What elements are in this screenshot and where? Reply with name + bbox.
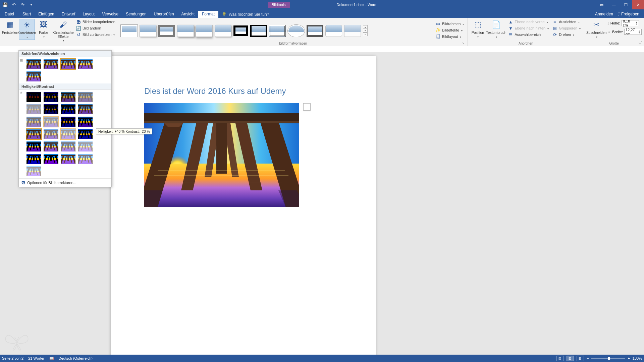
styles-launcher-icon[interactable]: ↘ xyxy=(462,42,465,45)
quick-access-toolbar: 💾 ↶ ↷ ▾ xyxy=(0,1,35,8)
gruppieren-button[interactable]: ⊞Gruppieren xyxy=(551,25,582,31)
picture-style-9[interactable] xyxy=(269,25,286,37)
selpane-icon: ☰ xyxy=(508,32,513,37)
gallery-more[interactable]: ▴▾▿ xyxy=(363,25,368,36)
bildeffekte-button[interactable]: ✨Bildeffekte xyxy=(434,27,466,33)
ribbon-group-adjust: ▦ Freistellen ☀ Korrekturen 🖼 Farbe 🖌 Kü… xyxy=(0,18,119,46)
window-controls: ▭ — ❐ ✕ xyxy=(596,0,644,9)
document-title: Dokument1.docx - Word xyxy=(337,3,376,7)
position-button[interactable]: ⬚ Position xyxy=(470,19,486,39)
redo-icon[interactable]: ↷ xyxy=(19,1,26,8)
border-icon: ▭ xyxy=(435,21,441,26)
tab-einfuegen[interactable]: Einfügen xyxy=(35,11,58,18)
korrekturen-button[interactable]: ☀ Korrekturen xyxy=(19,19,35,40)
piclayout-icon: ⿴ xyxy=(435,34,441,39)
corrections-icon: ☀ xyxy=(21,20,32,31)
picture-style-13[interactable] xyxy=(344,25,361,37)
reset-icon: ↺ xyxy=(76,32,81,37)
wrap-icon: 📄 xyxy=(491,19,501,30)
auswahlbereich-button[interactable]: ☰Auswahlbereich xyxy=(506,32,550,38)
drehen-button[interactable]: ⟳Drehen xyxy=(551,32,582,38)
bring-forward-button[interactable]: ▲Ebene nach vorne xyxy=(506,19,550,25)
file-tab[interactable]: Datei xyxy=(0,11,19,18)
group-label-groesse: Größe↘ xyxy=(586,41,642,46)
ribbon-group-groesse: ✂ Zuschneiden ↕ Höhe: 8,18 cm▲▼ ↔ Breite… xyxy=(584,18,644,46)
reset-picture-button[interactable]: ↺Bild zurücksetzen xyxy=(74,32,117,38)
tab-entwurf[interactable]: Entwurf xyxy=(58,11,79,18)
picture-style-6[interactable] xyxy=(215,25,231,37)
ribbon-group-bildformatvorlagen: ▴▾▿ ▭Bildrahmen ✨Bildeffekte ⿴Bildlayout… xyxy=(119,18,468,46)
bildlayout-button[interactable]: ⿴Bildlayout xyxy=(434,34,466,40)
menubar-right: Anmelden ⤴Freigeben xyxy=(595,12,644,18)
send-backward-button[interactable]: ▼Ebene nach hinten xyxy=(506,25,550,31)
align-icon: ≡ xyxy=(552,19,557,24)
compress-icon: 🗜 xyxy=(76,19,81,24)
artistic-icon: 🖌 xyxy=(58,19,68,30)
contextual-tab-bildtools[interactable]: Bildtools xyxy=(268,2,290,8)
close-icon[interactable]: ✕ xyxy=(632,0,644,9)
picture-style-10[interactable] xyxy=(288,25,305,37)
tab-ueberpruefen[interactable]: Überprüfen xyxy=(150,11,178,18)
ribbon-group-anordnen: ⬚ Position 📄 Textumbruch ▲Ebene nach vor… xyxy=(468,18,584,46)
height-field: ↕ Höhe: 8,18 cm▲▼ xyxy=(607,20,642,26)
restore-icon[interactable]: ❐ xyxy=(620,0,632,9)
zuschneiden-button[interactable]: ✂ Zuschneiden xyxy=(586,19,606,39)
menubar: Datei Start Einfügen Entwurf Layout Verw… xyxy=(0,9,644,18)
collapse-ribbon-icon[interactable]: ⌃ xyxy=(640,41,643,45)
width-label: Breite: xyxy=(612,30,623,34)
farbe-button[interactable]: 🖼 Farbe xyxy=(36,19,52,39)
width-icon: ↔ xyxy=(607,30,611,34)
signin-link[interactable]: Anmelden xyxy=(595,12,613,16)
ausrichten-button[interactable]: ≡Ausrichten xyxy=(551,19,582,25)
tab-ansicht[interactable]: Ansicht xyxy=(178,11,198,18)
bulb-icon: 💡 xyxy=(222,12,227,17)
height-icon: ↕ xyxy=(607,21,609,25)
picture-style-7[interactable] xyxy=(233,25,248,36)
width-field: ↔ Breite: 12,27 cm▲▼ xyxy=(607,29,642,35)
titlebar: 💾 ↶ ↷ ▾ Bildtools Dokument1.docx - Word … xyxy=(0,0,644,9)
picture-style-8[interactable] xyxy=(250,25,267,37)
tab-format[interactable]: Format xyxy=(198,11,218,18)
share-button[interactable]: ⤴Freigeben xyxy=(618,12,639,16)
picture-style-12[interactable] xyxy=(325,25,342,37)
crop-icon: ✂ xyxy=(591,19,602,30)
tell-me-search[interactable]: 💡 Was möchten Sie tun? xyxy=(222,12,269,18)
picture-style-2[interactable] xyxy=(140,25,156,37)
color-icon: 🖼 xyxy=(38,19,49,30)
forward-icon: ▲ xyxy=(508,19,513,24)
height-input[interactable]: 8,18 cm▲▼ xyxy=(622,20,639,26)
change-pic-icon: 🔄 xyxy=(76,25,81,31)
backward-icon: ▼ xyxy=(508,25,513,31)
minimize-icon[interactable]: — xyxy=(608,0,620,9)
textumbruch-button[interactable]: 📄 Textumbruch xyxy=(486,19,506,39)
effects-icon: ✨ xyxy=(435,27,441,33)
tab-verweise[interactable]: Verweise xyxy=(98,11,122,18)
picture-style-11[interactable] xyxy=(307,25,323,37)
undo-icon[interactable]: ↶ xyxy=(10,1,17,8)
ribbon: ▦ Freistellen ☀ Korrekturen 🖼 Farbe 🖌 Kü… xyxy=(0,18,644,46)
tell-me-placeholder: Was möchten Sie tun? xyxy=(229,12,269,17)
compress-button[interactable]: 🗜Bilder komprimieren xyxy=(74,19,117,25)
tab-layout[interactable]: Layout xyxy=(79,11,98,18)
change-picture-button[interactable]: 🔄Bild ändern xyxy=(74,25,117,31)
title-center: Bildtools Dokument1.docx - Word xyxy=(268,2,376,8)
freistellen-button[interactable]: ▦ Freistellen xyxy=(2,19,18,36)
group-icon: ⊞ xyxy=(552,25,557,31)
tab-sendungen[interactable]: Sendungen xyxy=(122,11,150,18)
group-label-bildformatvorlagen: Bildformatvorlagen↘ xyxy=(121,41,466,46)
picture-style-3[interactable] xyxy=(158,25,175,37)
picture-style-1[interactable] xyxy=(121,25,138,37)
group-label-anordnen: Anordnen xyxy=(470,41,582,46)
picture-style-5[interactable] xyxy=(196,25,213,37)
bildrahmen-button[interactable]: ▭Bildrahmen xyxy=(434,21,466,27)
remove-bg-icon: ▦ xyxy=(5,19,15,30)
save-icon[interactable]: 💾 xyxy=(1,1,9,8)
kuenstlerische-effekte-button[interactable]: 🖌 Künstlerische Effekte xyxy=(52,19,74,43)
picture-style-4[interactable] xyxy=(177,25,194,37)
qat-customize-icon[interactable]: ▾ xyxy=(28,1,35,8)
height-label: Höhe: xyxy=(610,21,620,25)
width-input[interactable]: 12,27 cm▲▼ xyxy=(624,29,642,35)
tab-start[interactable]: Start xyxy=(19,11,35,18)
ribbon-display-icon[interactable]: ▭ xyxy=(596,0,608,9)
picture-style-gallery: ▴▾▿ xyxy=(121,23,368,37)
